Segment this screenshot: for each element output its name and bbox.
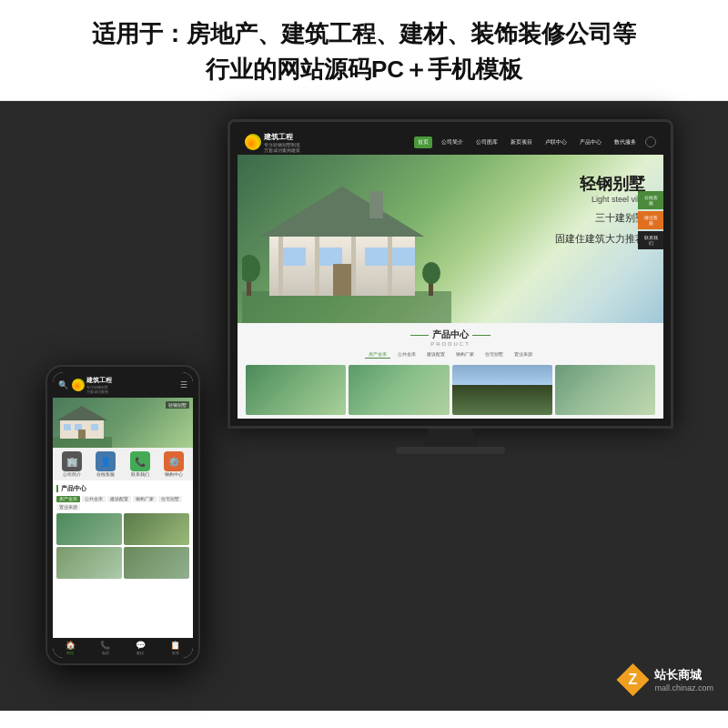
svg-rect-13 [351, 237, 356, 296]
page-title: 适用于：房地产、建筑工程、建材、装饰装修公司等 行业的网站源码PC＋手机模板 [18, 16, 710, 87]
phone-nav-contact[interactable]: 📋 联系 [158, 641, 194, 655]
home-icon: 🏠 [66, 641, 76, 650]
search-icon[interactable] [645, 136, 656, 147]
header-section: 适用于：房地产、建筑工程、建材、装饰装修公司等 行业的网站源码PC＋手机模板 [0, 0, 728, 101]
nav-gallery[interactable]: 公司图库 [472, 136, 501, 148]
phone-tab-steel[interactable]: 钢构厂家 [133, 496, 157, 502]
product-image-1 [246, 365, 346, 415]
monitor-stand [423, 429, 478, 447]
logo-icon [245, 134, 261, 150]
service-icon: 👤 [96, 451, 116, 471]
hero-banner: 轻钢别墅 Light steel villa 三十建别墅 固建住建筑大力推荐 在… [238, 155, 663, 323]
tab-house[interactable]: 房产金库 [365, 350, 390, 359]
phone-product-title: 产品中心 [56, 484, 189, 493]
phone-menu-icon[interactable]: ☰ [180, 380, 187, 389]
watermark-z-letter: Z [629, 672, 638, 688]
phone-product-img-1 [56, 513, 122, 545]
product-image-2 [349, 365, 449, 415]
watermark-diamond: Z [616, 663, 649, 696]
nav-contact[interactable]: 卢联中心 [541, 136, 571, 148]
phone-tab-build[interactable]: 建设配置 [107, 496, 131, 502]
svg-point-16 [242, 255, 260, 282]
product-image-4 [555, 365, 655, 415]
phone-icon: 📞 [100, 641, 110, 650]
nav-service[interactable]: 数代服务 [611, 136, 640, 148]
phone-tab-public[interactable]: 公共金库 [82, 496, 106, 502]
phone-bottom-nav: 🏠 商馆 📞 电话 💬 微信 📋 联系 [53, 638, 193, 658]
nav-products[interactable]: 产品中心 [576, 136, 605, 148]
tab-realty[interactable]: 置业来源 [511, 350, 536, 359]
svg-rect-7 [319, 248, 342, 266]
website-nav: 建筑工程 专注轻钢别墅制造 万套成功案例建筑 首页 公司简介 公司图库 新页项目… [238, 129, 663, 155]
contact-bottom-icon: 📋 [170, 641, 180, 650]
btn-wechat[interactable]: 微信客服 [638, 211, 663, 229]
phone-product-img-4 [124, 547, 189, 579]
phone-nav: 🔍 建筑工程 专注轻钢别墅 万套成功案例 ☰ [53, 372, 193, 398]
phone-tab-realty[interactable]: 置业来源 [56, 504, 80, 511]
steel-icon: ⚙️ [164, 451, 184, 471]
contact-icon: 📞 [130, 451, 150, 471]
phone-nav-home[interactable]: 🏠 商馆 [53, 641, 88, 655]
phone-icon-steel[interactable]: ⚙️ 钢构中心 [158, 451, 189, 477]
nav-home[interactable]: 首页 [414, 136, 432, 148]
btn-online-service[interactable]: 在线客服 [638, 191, 663, 209]
svg-rect-5 [369, 191, 383, 218]
product-images [243, 362, 658, 418]
nav-links: 首页 公司简介 公司图库 新页项目 卢联中心 产品中心 数代服务 [414, 136, 656, 148]
tab-construction[interactable]: 建设配置 [423, 350, 449, 359]
wechat-icon: 💬 [136, 641, 146, 650]
svg-rect-0 [242, 291, 451, 323]
tab-public[interactable]: 公共金库 [394, 350, 420, 359]
svg-rect-14 [388, 237, 392, 296]
tab-steel[interactable]: 钢构厂家 [452, 350, 478, 359]
watermark-logo-container: Z [616, 663, 649, 696]
svg-rect-9 [392, 248, 415, 266]
desktop-monitor: 建筑工程 专注轻钢别墅制造 万套成功案例建筑 首页 公司简介 公司图库 新页项目… [228, 119, 673, 456]
house-illustration [242, 173, 451, 323]
nav-about[interactable]: 公司简介 [438, 136, 467, 148]
svg-rect-6 [283, 248, 306, 266]
svg-marker-4 [260, 187, 424, 237]
nav-logo: 建筑工程 专注轻钢别墅制造 万套成功案例建筑 [245, 132, 300, 153]
phone-product-images [56, 513, 189, 579]
phone-search-icon[interactable]: 🔍 [58, 380, 68, 389]
phone-tab-villa[interactable]: 住宅别墅 [158, 496, 182, 502]
svg-rect-25 [78, 430, 86, 439]
phone-icon-contact[interactable]: 📞 联系我们 [125, 451, 156, 477]
watermark-text: 站长商城 mall.chinaz.com [654, 667, 713, 693]
tab-villa[interactable]: 住宅别墅 [481, 350, 507, 359]
svg-rect-24 [91, 424, 98, 430]
btn-contact[interactable]: 联系我们 [638, 231, 663, 249]
phone-product-img-3 [56, 547, 122, 579]
monitor-body: 建筑工程 专注轻钢别墅制造 万套成功案例建筑 首页 公司简介 公司图库 新页项目… [228, 119, 673, 429]
phone-icon-company[interactable]: 🏢 公司简介 [56, 451, 87, 477]
phone-hero: 轻钢别墅 [53, 398, 193, 448]
monitor-base [396, 447, 505, 454]
watermark: Z 站长商城 mall.chinaz.com [616, 663, 713, 696]
phone-nav-wechat[interactable]: 💬 微信 [123, 641, 158, 655]
phone-product-tabs: 房产金库 公共金库 建设配置 钢构厂家 住宅别墅 置业来源 [56, 496, 189, 511]
nav-news[interactable]: 新页项目 [507, 136, 536, 148]
product-section: 产品中心 PRODUCT 房产金库 公共金库 建设配置 钢构厂家 住宅别墅 置业… [238, 323, 663, 419]
svg-rect-8 [365, 248, 388, 266]
phone-hero-house-svg [53, 402, 112, 448]
phone-product-section: 产品中心 房产金库 公共金库 建设配置 钢构厂家 住宅别墅 置业来源 [53, 480, 193, 582]
phone-logo-icon [72, 379, 85, 391]
product-title: 产品中心 [243, 329, 658, 341]
phone-nav-phone[interactable]: 📞 电话 [88, 641, 124, 655]
hero-text: 轻钢别墅 Light steel villa 三十建别墅 固建住建筑大力推荐 [555, 173, 645, 246]
phone-icon-service[interactable]: 👤 在线客服 [90, 451, 121, 477]
side-buttons: 在线客服 微信客服 联系我们 [638, 191, 663, 249]
svg-rect-10 [333, 264, 353, 296]
monitor-screen: 建筑工程 专注轻钢别墅制造 万套成功案例建筑 首页 公司简介 公司图库 新页项目… [238, 129, 663, 419]
phone-logo: 建筑工程 专注轻钢别墅 万套成功案例 [72, 376, 112, 394]
product-tabs: 房产金库 公共金库 建设配置 钢构厂家 住宅别墅 置业来源 [243, 350, 658, 359]
svg-rect-12 [315, 237, 319, 296]
mobile-phone: 🔍 建筑工程 专注轻钢别墅 万套成功案例 ☰ [46, 365, 200, 665]
svg-marker-21 [56, 406, 107, 420]
svg-point-18 [422, 262, 440, 284]
phone-screen: 🔍 建筑工程 专注轻钢别墅 万套成功案例 ☰ [53, 372, 193, 658]
phone-tab-house[interactable]: 房产金库 [56, 496, 80, 502]
svg-rect-11 [278, 237, 283, 296]
company-icon: 🏢 [62, 451, 82, 471]
